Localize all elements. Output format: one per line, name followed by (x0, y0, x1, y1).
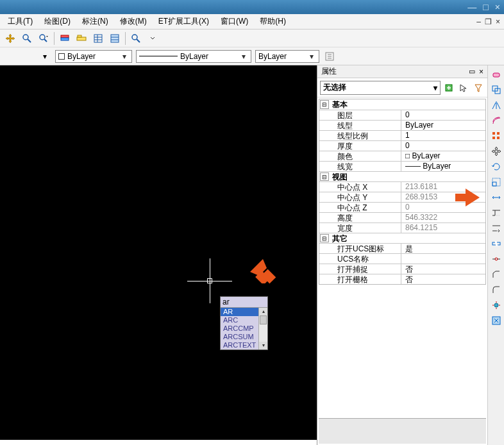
property-category: 基本 (330, 99, 485, 110)
mirror-tool-button[interactable] (490, 99, 503, 112)
scrollbar[interactable]: ▴ ▾ (258, 308, 267, 349)
explode-tool-button[interactable] (490, 299, 503, 312)
property-key: 线型比例 (319, 131, 401, 140)
property-row[interactable]: 高度546.3322 (319, 212, 485, 222)
scroll-up-button[interactable]: ▴ (259, 308, 267, 315)
pan-button[interactable] (4, 32, 17, 45)
layer-states-button[interactable] (75, 32, 88, 45)
property-row[interactable]: 中心点 Z0 (319, 202, 485, 212)
join-tool-button[interactable] (490, 253, 503, 265)
property-row[interactable]: 线型比例1 (319, 130, 485, 140)
pickbox-cursor (207, 278, 212, 283)
menu-dim[interactable]: 标注(N) (77, 14, 113, 29)
svg-rect-6 (77, 37, 86, 40)
trim-tool-button[interactable] (490, 206, 503, 219)
collapse-icon[interactable]: ⊟ (320, 100, 329, 109)
menu-window[interactable]: 窗口(W) (215, 14, 253, 29)
erase-tool-button[interactable] (490, 68, 503, 81)
property-key: 中心点 Y (319, 192, 401, 202)
svg-point-2 (40, 35, 45, 40)
property-value[interactable]: 否 (401, 264, 485, 274)
property-value[interactable]: ByLayer (401, 121, 485, 130)
properties-button[interactable] (92, 32, 105, 45)
property-row[interactable]: 线宽—— ByLayer (319, 161, 485, 171)
rotate-tool-button[interactable] (490, 160, 503, 173)
property-row[interactable]: 图层0 (319, 110, 485, 120)
property-value[interactable]: —— ByLayer (401, 162, 485, 171)
property-row[interactable]: 打开UCS图标是 (319, 243, 485, 253)
property-value[interactable]: 0 (401, 110, 485, 120)
zoom-dropdown-button[interactable] (37, 32, 50, 45)
svg-line-3 (44, 39, 47, 42)
command-line-input[interactable] (319, 418, 486, 444)
property-row[interactable]: 打开栅格否 (319, 274, 485, 284)
stretch-tool-button[interactable] (490, 191, 503, 204)
lineweight-combo[interactable]: ByLayer ▾ (255, 50, 319, 63)
property-value[interactable]: 是 (401, 244, 485, 253)
copy-tool-button[interactable] (490, 83, 503, 96)
menu-help[interactable]: 帮助(H) (255, 14, 291, 29)
scroll-thumb[interactable] (260, 315, 267, 324)
pin-button[interactable]: ▭ (469, 67, 475, 76)
array-tool-button[interactable] (490, 130, 503, 142)
menu-modify[interactable]: 修改(M) (115, 14, 152, 29)
svg-line-33 (496, 241, 497, 246)
mdi-restore-button[interactable]: ❐ (485, 17, 492, 26)
fillet-tool-button[interactable] (490, 283, 503, 296)
svg-rect-30 (492, 182, 496, 186)
property-row[interactable]: UCS名称 (319, 253, 485, 264)
property-row[interactable]: 打开捕捉否 (319, 264, 485, 274)
plot-style-button[interactable] (323, 50, 336, 63)
svg-point-0 (23, 35, 28, 40)
property-row[interactable]: 中心点 X213.6181 (319, 181, 485, 192)
select-objects-button[interactable] (457, 81, 470, 94)
mdi-minimize-button[interactable]: – (476, 17, 481, 26)
property-key: 宽度 (319, 223, 401, 233)
linetype-combo[interactable]: ByLayer ▾ (136, 50, 251, 63)
menu-draw[interactable]: 绘图(D) (39, 14, 76, 29)
model-canvas[interactable] (0, 65, 317, 440)
toolbar-overflow-button[interactable] (146, 32, 159, 45)
quick-select-button[interactable] (472, 81, 485, 94)
mdi-close-button[interactable]: × (496, 17, 500, 26)
chevron-down-icon: ▾ (239, 52, 248, 61)
move-tool-button[interactable] (490, 145, 503, 158)
property-row[interactable]: 颜色□ ByLayer (319, 151, 485, 161)
property-row[interactable]: 厚度0 (319, 140, 485, 151)
color-combo[interactable]: ByLayer ▾ (55, 50, 132, 63)
layer-properties-button[interactable] (58, 32, 71, 45)
menu-et-extensions[interactable]: ET扩展工具(X) (153, 14, 214, 29)
property-value[interactable]: 0 (401, 141, 485, 151)
offset-tool-button[interactable] (490, 114, 503, 127)
window-maximize-button[interactable]: □ (483, 2, 488, 12)
collapse-icon[interactable]: ⊟ (320, 172, 329, 181)
more-tools-button[interactable] (490, 314, 503, 327)
property-value[interactable]: 1 (401, 131, 485, 140)
property-row[interactable]: 宽度864.1215 (319, 222, 485, 233)
property-row[interactable]: 线型ByLayer (319, 120, 485, 130)
property-key: 厚度 (319, 141, 401, 151)
property-value[interactable]: 否 (401, 274, 485, 284)
svg-rect-23 (493, 73, 500, 77)
window-minimize-button[interactable]: — (467, 2, 476, 12)
menu-tools[interactable]: 工具(T) (3, 14, 38, 29)
toolbar-drop-1[interactable]: ▾ (38, 50, 51, 63)
zoom-window-button[interactable] (130, 32, 142, 45)
scale-tool-button[interactable] (490, 176, 503, 189)
break-tool-button[interactable] (490, 237, 503, 250)
scroll-down-button[interactable]: ▾ (259, 342, 267, 349)
properties-panel: 属性 ▭ × 无选择 ▾ ⊟基本图层0线型ByLayer线型比例1厚度0颜色□ … (317, 65, 487, 445)
selection-combo[interactable]: 无选择 ▾ (320, 81, 441, 95)
command-input[interactable] (221, 297, 267, 308)
table-button[interactable] (108, 32, 121, 45)
selection-combo-label: 无选择 (323, 82, 346, 93)
property-value[interactable] (401, 254, 485, 264)
zoom-realtime-button[interactable] (21, 32, 33, 45)
extend-tool-button[interactable] (490, 222, 503, 235)
chamfer-tool-button[interactable] (490, 268, 503, 281)
property-value[interactable]: □ ByLayer (401, 151, 485, 161)
toggle-pickadd-button[interactable] (442, 81, 455, 94)
window-close-button[interactable]: × (495, 2, 500, 12)
collapse-icon[interactable]: ⊟ (320, 234, 329, 242)
panel-close-button[interactable]: × (479, 67, 483, 76)
